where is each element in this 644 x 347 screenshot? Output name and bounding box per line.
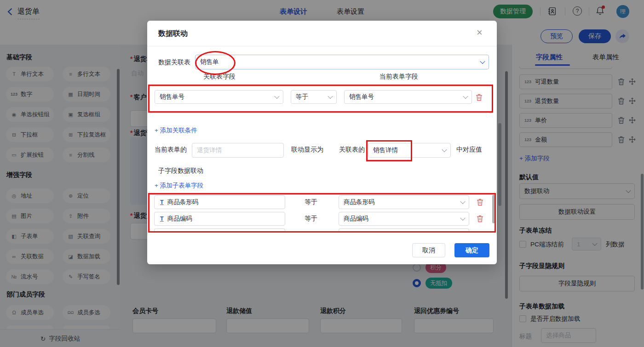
plus-icon: + xyxy=(155,127,158,134)
subfield-operator: 等于 xyxy=(305,198,317,206)
trash-icon[interactable] xyxy=(476,94,483,101)
add-condition-link[interactable]: + 添加关联条件 xyxy=(155,126,197,135)
column-header-right: 当前表单字段 xyxy=(380,73,418,81)
display-prefix-label: 当前表单的 xyxy=(155,146,187,154)
plus-icon: + xyxy=(155,182,158,189)
subfield-field-box[interactable]: T商品编码 xyxy=(154,212,285,226)
modal-scrollbar[interactable] xyxy=(492,195,495,223)
app-root: 退货单 表单设计 表单设置 数据管理 ? 理 表单外链 后端脚本 数据权限 预览 xyxy=(0,0,644,347)
text-icon: T xyxy=(160,216,164,222)
chevron-down-icon xyxy=(328,94,333,99)
display-middle-label: 联动显示为 xyxy=(291,146,323,154)
close-icon[interactable]: × xyxy=(477,27,483,39)
chevron-down-icon xyxy=(442,147,447,152)
subfield-value-select[interactable]: 商品条形码 xyxy=(339,195,469,209)
subfield-row-partial xyxy=(339,228,469,231)
display-value-select[interactable]: 销售详情 xyxy=(368,143,451,158)
subfield-operator: 等于 xyxy=(305,215,317,223)
modal-title: 数据联动 xyxy=(158,29,188,39)
condition-target-select[interactable]: 销售单号 xyxy=(344,90,472,104)
cancel-button[interactable]: 取消 xyxy=(412,243,445,257)
condition-operator-select[interactable]: 等于 xyxy=(291,90,337,104)
chevron-down-icon xyxy=(460,216,465,221)
display-suffix-label: 中对应值 xyxy=(456,146,482,154)
subfield-value-select[interactable]: 商品编码 xyxy=(339,212,469,226)
chevron-down-icon xyxy=(480,59,485,64)
window-scrollbar[interactable] xyxy=(641,174,644,290)
data-linkage-modal: 数据联动 × 数据关联表 销售单 关联表字段 当前表单字段 销售单号 等于 销售… xyxy=(147,21,497,264)
trash-icon[interactable] xyxy=(477,199,483,206)
subfield-row-partial xyxy=(154,228,285,231)
relation-table-select[interactable]: 销售单 xyxy=(195,55,489,69)
column-header-left: 关联表字段 xyxy=(203,73,236,81)
chevron-down-icon xyxy=(274,94,279,99)
text-icon: T xyxy=(160,199,164,205)
confirm-button[interactable]: 确定 xyxy=(454,243,489,257)
chevron-down-icon xyxy=(463,94,468,99)
subfield-section-title: 子字段数据联动 xyxy=(158,167,203,175)
relation-table-label: 数据关联表 xyxy=(158,58,190,67)
trash-icon[interactable] xyxy=(477,215,483,222)
subfield-field-box[interactable]: T商品条形码 xyxy=(154,195,285,209)
condition-field-select[interactable]: 销售单号 xyxy=(155,90,283,104)
add-subfield-link[interactable]: + 添加子表单字段 xyxy=(155,182,203,190)
display-table-label: 关联表的 xyxy=(339,146,365,154)
display-field-input[interactable]: 退货详情 xyxy=(192,143,284,158)
modal-divider xyxy=(147,46,497,46)
chevron-down-icon xyxy=(460,199,465,204)
